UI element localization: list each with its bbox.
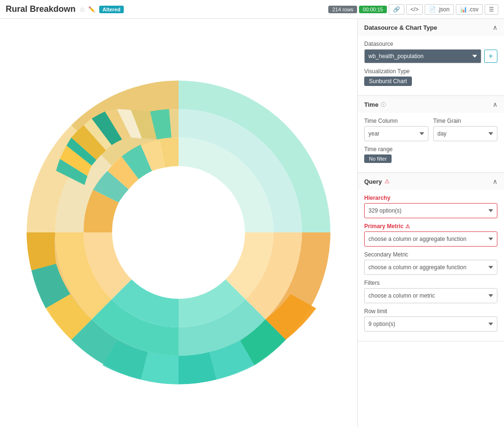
datasource-section-body: Datasource wb_health_population + Visual… xyxy=(358,36,504,95)
datasource-section-header[interactable]: Datasource & Chart Type ∧ xyxy=(358,19,504,36)
add-datasource-button[interactable]: + xyxy=(484,50,497,63)
secondary-metric-group: Secondary Metric choose a column or aggr… xyxy=(364,251,497,275)
time-range-group: Time range No filter xyxy=(364,146,497,163)
main-layout: Datasource & Chart Type ∧ Datasource wb_… xyxy=(0,19,504,427)
time-grain-label: Time Grain xyxy=(433,118,497,124)
viz-type-label: Visualization Type xyxy=(364,68,497,75)
code-button[interactable]: </> xyxy=(406,4,423,15)
datasource-label: Datasource xyxy=(364,41,497,47)
primary-metric-select[interactable]: choose a column or aggregate function xyxy=(364,231,497,247)
hierarchy-select[interactable]: 329 option(s) xyxy=(364,203,497,218)
time-chevron-icon: ∧ xyxy=(493,101,497,108)
time-range-label: Time range xyxy=(364,146,497,153)
hierarchy-label: Hierarchy xyxy=(364,195,497,201)
time-row: Time Column year Time Grain day xyxy=(364,118,497,141)
header-right: 214 rows 00:00:15 🔗 </> 📄 .json 📊 .csv ☰ xyxy=(328,4,498,15)
secondary-metric-select[interactable]: choose a column or aggregate function xyxy=(364,260,497,275)
edit-icon[interactable]: ✏️ xyxy=(88,6,95,13)
query-section-body: Hierarchy 329 option(s) Primary Metric ⚠… xyxy=(358,190,504,341)
primary-metric-error-icon: ⚠ xyxy=(405,223,410,230)
time-column-select[interactable]: year xyxy=(364,126,428,141)
header: Rural Breakdown ☆ ✏️ Altered 214 rows 00… xyxy=(0,0,504,19)
filters-select[interactable]: choose a column or metric xyxy=(364,288,497,303)
query-section-header[interactable]: Query ⚠ ∧ xyxy=(358,173,504,190)
viz-type-group: Visualization Type Sunburst Chart xyxy=(364,68,497,86)
link-button[interactable]: 🔗 xyxy=(389,4,404,15)
row-limit-label: Row limit xyxy=(364,308,497,315)
datasource-section-title: Datasource & Chart Type xyxy=(364,24,437,31)
time-section-title: Time xyxy=(364,101,378,108)
svg-point-0 xyxy=(117,171,240,294)
time-section-body: Time Column year Time Grain day Time ran… xyxy=(358,113,504,172)
rows-badge: 214 rows xyxy=(328,6,357,13)
filters-group: Filters choose a column or metric xyxy=(364,280,497,303)
query-error-icon: ⚠ xyxy=(384,178,390,185)
altered-badge: Altered xyxy=(99,6,124,13)
time-column-group: Time Column year xyxy=(364,118,428,141)
datasource-row: wb_health_population + xyxy=(364,49,497,63)
sunburst-chart xyxy=(0,19,357,427)
time-badge: 00:00:15 xyxy=(359,6,387,13)
header-icons: ☆ ✏️ xyxy=(79,6,95,13)
page-title: Rural Breakdown xyxy=(6,4,76,14)
query-chevron-icon: ∧ xyxy=(493,178,497,185)
time-info-icon: ⓘ xyxy=(381,101,386,108)
time-grain-select[interactable]: day xyxy=(433,126,497,141)
right-panel: Datasource & Chart Type ∧ Datasource wb_… xyxy=(358,19,504,427)
star-icon[interactable]: ☆ xyxy=(79,6,85,13)
primary-metric-group: Primary Metric ⚠ choose a column or aggr… xyxy=(364,223,497,247)
hierarchy-group: Hierarchy 329 option(s) xyxy=(364,195,497,218)
time-title-row: Time ⓘ xyxy=(364,101,386,108)
filters-label: Filters xyxy=(364,280,497,286)
row-limit-select[interactable]: 9 option(s) xyxy=(364,316,497,332)
datasource-section: Datasource & Chart Type ∧ Datasource wb_… xyxy=(358,19,504,96)
time-column-label: Time Column xyxy=(364,118,428,124)
csv-icon: 📊 xyxy=(460,6,467,13)
viz-type-badge[interactable]: Sunburst Chart xyxy=(364,77,412,86)
datasource-select[interactable]: wb_health_population xyxy=(364,49,481,63)
query-title-row: Query ⚠ xyxy=(364,178,390,185)
time-section-header[interactable]: Time ⓘ ∧ xyxy=(358,96,504,113)
query-section: Query ⚠ ∧ Hierarchy 329 option(s) Primar… xyxy=(358,173,504,342)
primary-metric-label: Primary Metric ⚠ xyxy=(364,223,497,230)
csv-button[interactable]: 📊 .csv xyxy=(456,4,483,15)
query-section-title: Query xyxy=(364,178,382,185)
menu-button[interactable]: ☰ xyxy=(485,4,498,15)
json-icon: 📄 xyxy=(429,6,436,13)
chart-area xyxy=(0,19,358,427)
secondary-metric-label: Secondary Metric xyxy=(364,251,497,258)
datasource-group: Datasource wb_health_population + xyxy=(364,41,497,63)
time-section: Time ⓘ ∧ Time Column year Time Grain xyxy=(358,96,504,173)
json-button[interactable]: 📄 .json xyxy=(425,4,453,15)
row-limit-group: Row limit 9 option(s) xyxy=(364,308,497,332)
datasource-chevron-icon: ∧ xyxy=(493,24,497,31)
time-grain-group: Time Grain day xyxy=(433,118,497,141)
time-range-badge[interactable]: No filter xyxy=(364,154,392,163)
